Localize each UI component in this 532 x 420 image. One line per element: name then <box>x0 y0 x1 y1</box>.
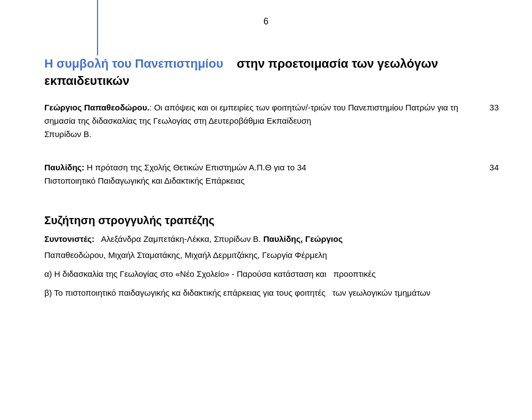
section-1-author: Γεώργιος Παπαθεοδώρου. <box>44 103 150 112</box>
main-title: Η συμβολή του Πανεπιστημίου στην προετοι… <box>44 55 499 90</box>
section-1-text: 33 Γεώργιος Παπαθεοδώρου.: Οι απόψεις κα… <box>44 101 499 141</box>
section-1: 33 Γεώργιος Παπαθεοδώρου.: Οι απόψεις κα… <box>44 101 499 151</box>
round-table-title: Συζήτηση στρογγυλής τραπέζης <box>44 214 499 227</box>
vertical-line-decoration <box>97 0 98 55</box>
section-2-continuation: Πιστοποιητικό Παιδαγωγικής και Διδακτική… <box>44 176 244 185</box>
section-2: 34 Παυλίδης: Η πρόταση της Σχολής Θετικώ… <box>44 161 499 198</box>
item-a-label: α) Η διδασκαλία της Γεωλογίας στο «Νέο Σ… <box>44 269 376 279</box>
section-2-text: 34 Παυλίδης: Η πρόταση της Σχολής Θετικώ… <box>44 161 499 188</box>
coordinators-line: Συντονιστές: Αλεξάνδρα Ζαμπετάκη-Λέκκα, … <box>44 232 499 246</box>
coordinators-names: Αλεξάνδρα Ζαμπετάκη-Λέκκα, Σπυρίδων Β. Π… <box>101 234 342 244</box>
main-content: Η συμβολή του Πανεπιστημίου στην προετοι… <box>44 55 499 300</box>
round-table-item-b: β) Το πιστοποιητικό παιδαγωγικής κα διδα… <box>44 286 499 300</box>
coordinators-line-2: Παπαθεοδώρου, Μιχαήλ Σταματάκης, Μιχαήλ … <box>44 249 499 262</box>
section-1-author2: Σπυρίδων Β. <box>44 129 91 139</box>
section-2-prefix: Παυλίδης: Η πρόταση της Σχολής Θετικών Ε… <box>44 163 306 172</box>
coordinators-names-2: Παπαθεοδώρου, Μιχαήλ Σταματάκης, Μιχαήλ … <box>44 250 327 260</box>
round-table-item-a: α) Η διδασκαλία της Γεωλογίας στο «Νέο Σ… <box>44 267 499 281</box>
page-number: 6 <box>264 17 269 27</box>
coordinators-label: Συντονιστές: <box>44 234 95 244</box>
section-1-page-ref: 33 <box>489 101 499 114</box>
section-2-page-ref: 34 <box>489 161 499 174</box>
main-title-part1: Η συμβολή του Πανεπιστημίου <box>44 57 223 70</box>
round-table-section: Συζήτηση στρογγυλής τραπέζης Συντονιστές… <box>44 214 499 300</box>
page-container: 6 Η συμβολή του Πανεπιστημίου στην προετ… <box>0 0 532 420</box>
item-b-label: β) Το πιστοποιητικό παιδαγωγικής κα διδα… <box>44 288 431 297</box>
